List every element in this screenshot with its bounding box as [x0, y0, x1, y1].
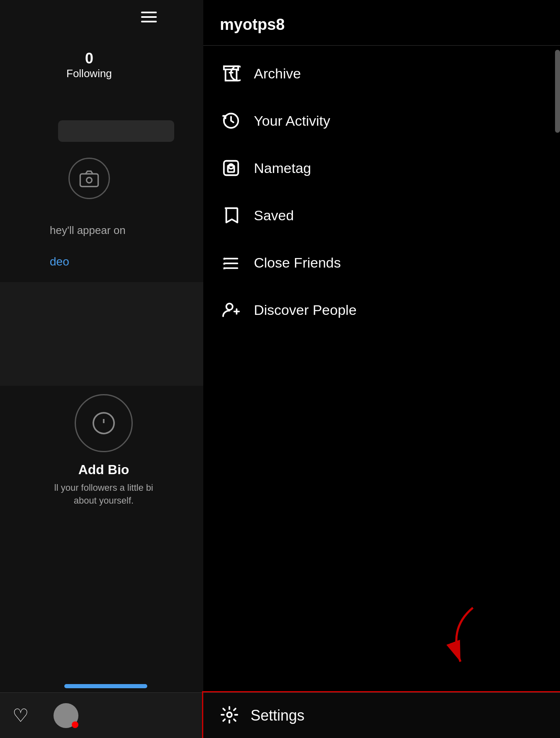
notification-dot — [72, 721, 78, 728]
svg-point-13 — [226, 304, 233, 310]
svg-point-1 — [87, 178, 92, 183]
svg-text:★: ★ — [222, 256, 226, 261]
svg-rect-0 — [80, 174, 98, 186]
bottom-nav: ♡ — [0, 692, 203, 738]
username-header: myotps8 — [203, 0, 560, 46]
hamburger-menu[interactable] — [141, 12, 157, 22]
menu-item-nametag[interactable]: Nametag — [203, 144, 560, 192]
close-friends-label: Close Friends — [254, 255, 341, 271]
menu-item-close-friends[interactable]: ★ ★ ★ Close Friends — [203, 239, 560, 286]
heart-icon[interactable]: ♡ — [12, 705, 29, 726]
settings-icon — [220, 705, 239, 726]
add-bio-title: Add Bio — [50, 462, 158, 477]
menu-item-discover-people[interactable]: Discover People — [203, 286, 560, 334]
your-activity-label: Your Activity — [254, 113, 330, 129]
settings-label: Settings — [251, 707, 304, 724]
appear-text: hey'll appear on — [50, 224, 126, 237]
menu-item-saved[interactable]: Saved — [203, 192, 560, 239]
menu-list: Archive Your Activity — [203, 50, 560, 334]
svg-point-17 — [227, 712, 232, 717]
avatar[interactable] — [54, 703, 78, 728]
annotation-arrow — [436, 604, 485, 672]
username: myotps8 — [220, 16, 285, 33]
menu-item-your-activity[interactable]: Your Activity — [203, 97, 560, 144]
menu-item-archive[interactable]: Archive — [203, 50, 560, 97]
profile-input[interactable] — [58, 120, 174, 142]
saved-label: Saved — [254, 207, 294, 224]
blue-cta-button[interactable] — [64, 684, 147, 688]
settings-bar[interactable]: Settings — [203, 692, 560, 738]
activity-icon — [220, 110, 242, 132]
archive-icon — [220, 62, 242, 85]
camera-icon — [68, 158, 110, 199]
scrollbar[interactable] — [555, 50, 560, 133]
add-bio-desc: ll your followers a little bi about your… — [50, 482, 158, 507]
close-friends-icon: ★ ★ ★ — [220, 251, 242, 274]
dark-content-area — [0, 282, 203, 386]
discover-people-icon — [220, 299, 242, 321]
profile-panel: 0 Following hey'll appear on deo Add Bio… — [0, 0, 203, 738]
following-count: 0 — [66, 50, 112, 67]
saved-icon — [220, 204, 242, 227]
nametag-label: Nametag — [254, 160, 311, 176]
camera-icon-area — [64, 153, 114, 203]
nametag-icon — [220, 157, 242, 179]
add-bio-section: Add Bio ll your followers a little bi ab… — [50, 394, 158, 507]
archive-label: Archive — [254, 66, 301, 82]
deo-link[interactable]: deo — [50, 255, 69, 268]
svg-text:★: ★ — [222, 266, 226, 270]
svg-text:★: ★ — [222, 261, 226, 266]
following-label: Following — [66, 67, 112, 80]
following-section: 0 Following — [66, 50, 112, 80]
bio-icon — [75, 394, 133, 452]
dropdown-menu-panel: myotps8 Archive — [203, 0, 560, 738]
discover-people-label: Discover People — [254, 302, 357, 318]
